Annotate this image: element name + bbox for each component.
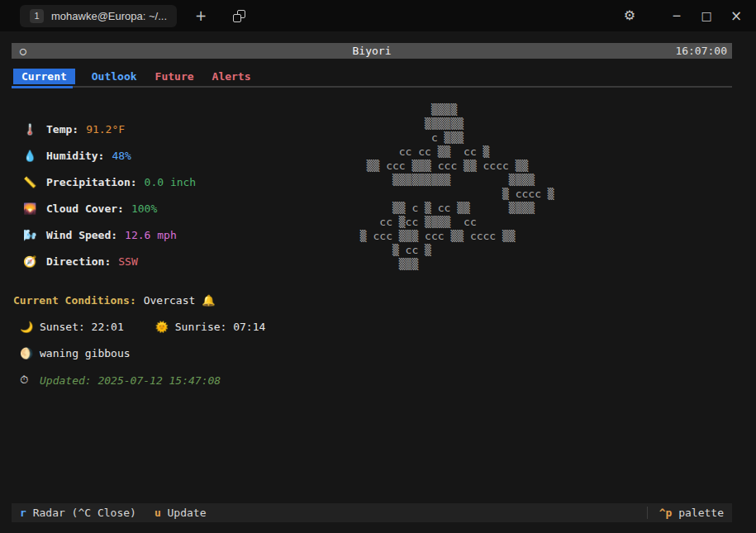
palette-key: ^p	[659, 507, 673, 519]
stat-wind-speed: 🌬️ Wind Speed: 12.6 mph	[23, 221, 196, 248]
moon-phase-text: waning gibbous	[40, 347, 131, 359]
compass-icon: 🧭	[23, 255, 46, 268]
thermometer-icon: 🌡️	[23, 123, 46, 136]
conditions-value: Overcast	[144, 294, 196, 307]
stat-value: 0.0 inch	[145, 176, 197, 188]
terminal-tab[interactable]: 1 mohawke@Europa: ~/...	[20, 5, 177, 27]
close-icon: ×	[730, 9, 742, 23]
gear-icon: ⚙	[624, 9, 635, 22]
stat-precipitation: 📏 Precipitation: 0.0 inch	[23, 169, 196, 195]
active-tab-underline	[12, 86, 73, 88]
weather-stats: 🌡️ Temp: 91.2°F 💧 Humidity: 48% 📏 Precip…	[23, 116, 196, 274]
moon-phase-icon: 🌖	[20, 347, 40, 359]
stat-label: Humidity:	[46, 150, 104, 162]
maximize-icon: □	[701, 10, 711, 21]
stat-label: Wind Speed:	[46, 229, 117, 241]
wind-icon: 🌬️	[23, 229, 46, 241]
titlebar: 1 mohawke@Europa: ~/... + ⚙ ─ □ ×	[0, 0, 756, 31]
sunset-time: Sunset: 22:01	[40, 321, 124, 333]
plus-icon: +	[195, 9, 207, 23]
update-key: u	[155, 507, 161, 519]
stat-label: Temp:	[46, 123, 78, 136]
cloud-cover-icon: 🌄	[23, 202, 46, 215]
updated-timestamp: Updated: 2025-07-12 15:47:08	[40, 374, 221, 387]
app-header-bar: ○ Biyori 16:07:00	[12, 43, 732, 59]
close-button[interactable]: ×	[721, 3, 751, 28]
terminal-screen[interactable]: ○ Biyori 16:07:00 Current Outlook Future…	[0, 31, 756, 533]
palette-text: palette	[672, 507, 724, 519]
stat-label: Precipitation:	[46, 176, 137, 188]
stat-humidity: 💧 Humidity: 48%	[23, 142, 196, 169]
settings-button[interactable]: ⚙	[616, 3, 644, 28]
tab-index-badge: 1	[30, 9, 44, 23]
stat-label: Cloud Cover:	[46, 202, 124, 215]
minimize-icon: ─	[673, 10, 680, 21]
ascii-cloud-art: ▒▒▒▒ ▒▒▒▒▒▒ c ▒▒▒ cc cc ▒▒ cc ▒ ▒▒ ccc ▒…	[354, 102, 554, 271]
crescent-moon-icon: 🌙	[20, 321, 40, 333]
stat-value: 12.6 mph	[125, 229, 177, 241]
moon-phase-row: 🌖 waning gibbous	[20, 347, 131, 359]
stat-value: SSW	[118, 255, 137, 268]
footer-divider	[647, 507, 648, 519]
radar-key: r	[20, 507, 26, 519]
radar-text: Radar (^C Close)	[26, 507, 136, 519]
stat-cloud-cover: 🌄 Cloud Cover: 100%	[23, 195, 196, 221]
stat-value: 100%	[131, 202, 157, 215]
app-title: Biyori	[12, 45, 732, 57]
new-tab-button[interactable]: +	[187, 3, 215, 28]
app-tabs: Current Outlook Future Alerts	[13, 69, 253, 84]
tab-outlook[interactable]: Outlook	[90, 69, 139, 84]
minimize-button[interactable]: ─	[662, 3, 692, 28]
stopwatch-icon: ⏱	[20, 374, 40, 387]
update-text: Update	[161, 507, 207, 519]
tab-current[interactable]: Current	[13, 69, 75, 84]
ruler-icon: 📏	[23, 176, 46, 188]
tab-future[interactable]: Future	[154, 69, 196, 84]
sunrise-time: Sunrise: 07:14	[175, 321, 266, 333]
stat-value: 91.2°F	[86, 123, 125, 136]
tabs-overview-icon	[233, 10, 245, 22]
tab-title: mohawke@Europa: ~/...	[51, 10, 167, 22]
sun-times-row: 🌙 Sunset: 22:01 🌞 Sunrise: 07:14	[20, 321, 265, 333]
conditions-label: Current Conditions:	[13, 294, 136, 307]
stat-value: 48%	[112, 150, 131, 162]
update-hint[interactable]: u Update	[155, 507, 207, 519]
updated-row: ⏱ Updated: 2025-07-12 15:47:08	[20, 374, 221, 387]
bell-icon: 🔔	[202, 294, 215, 307]
maximize-button[interactable]: □	[692, 3, 721, 28]
stat-label: Direction:	[46, 255, 111, 268]
sun-icon: 🌞	[155, 321, 175, 333]
radar-hint[interactable]: r Radar (^C Close)	[20, 507, 136, 519]
tabs-overview-button[interactable]	[225, 3, 253, 28]
droplet-icon: 💧	[23, 150, 46, 162]
stat-direction: 🧭 Direction: SSW	[23, 248, 196, 274]
current-conditions: Current Conditions: Overcast 🔔	[13, 294, 216, 307]
tabs-underline	[12, 86, 732, 88]
footer-bar: r Radar (^C Close) u Update ^p palette	[12, 503, 732, 522]
tab-alerts[interactable]: Alerts	[211, 69, 253, 84]
stat-temp: 🌡️ Temp: 91.2°F	[23, 116, 196, 142]
palette-hint[interactable]: ^p palette	[659, 507, 724, 519]
